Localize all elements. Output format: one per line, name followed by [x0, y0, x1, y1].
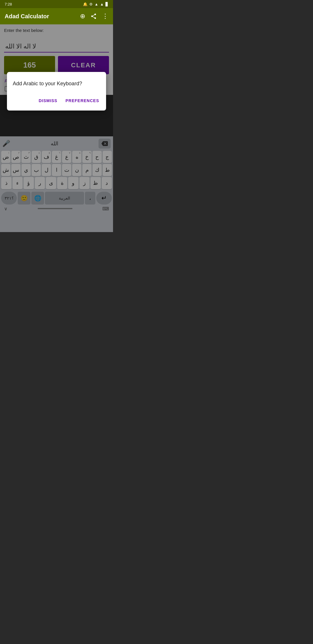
app-bar-actions: ⊕ ⋮: [80, 12, 108, 20]
status-bar: 7:28 🔔 ⚙ ▲ ▲ ▊: [0, 0, 113, 8]
dismiss-button[interactable]: DISMISS: [37, 96, 59, 105]
status-icons: 🔔 ⚙ ▲ ▲ ▊: [83, 2, 108, 6]
dialog-actions: DISMISS PREFERENCES: [13, 96, 100, 105]
preferences-button[interactable]: PREFERENCES: [64, 96, 100, 105]
notification-icon: 🔔: [83, 2, 88, 6]
dialog-message: Add Arabic to your Keyboard?: [13, 80, 100, 87]
wifi-icon: ▲: [94, 2, 98, 6]
share-icon[interactable]: [90, 13, 97, 19]
battery-icon: ▊: [105, 2, 108, 6]
signal-icon: ▲: [100, 2, 104, 6]
status-time: 7:28: [5, 2, 12, 6]
add-circle-icon[interactable]: ⊕: [80, 12, 85, 20]
app-title: Adad Calculator: [5, 13, 49, 20]
app-bar: Adad Calculator ⊕ ⋮: [0, 8, 113, 24]
dialog: Add Arabic to your Keyboard? DISMISS PRE…: [7, 72, 106, 111]
overlay: [0, 24, 113, 232]
more-vert-icon[interactable]: ⋮: [102, 12, 108, 20]
settings-icon: ⚙: [89, 2, 93, 6]
